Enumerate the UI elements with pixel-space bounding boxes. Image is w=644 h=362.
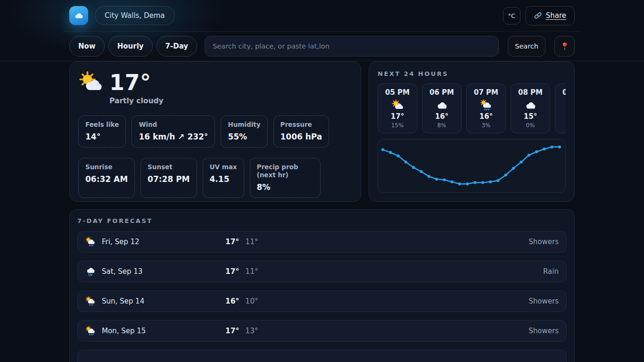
hour-chip-09-pm: 09 PM16°0% bbox=[555, 83, 566, 133]
hour-chip-07-pm: 07 PM16°3% bbox=[466, 83, 506, 133]
stat-tile-wind: Wind16 km/h ↗ 232° bbox=[132, 115, 215, 148]
current-condition-text: Partly cloudy bbox=[109, 97, 352, 105]
stat-label: Wind bbox=[139, 121, 195, 129]
forecast-row-sat-sep-13[interactable]: Sat, Sep 1317°11°Rain bbox=[77, 261, 567, 282]
forecast-condition: Showers bbox=[528, 327, 559, 335]
stat-value: 8% bbox=[257, 182, 314, 192]
hour-temp: 17° bbox=[378, 112, 417, 121]
current-conditions-card: 17° Partly cloudy Feels like14°Wind16 km… bbox=[69, 61, 361, 202]
forecast-low: 11° bbox=[245, 267, 258, 276]
hour-precip: 0% bbox=[511, 122, 550, 129]
current-stats-row-2: Sunrise06:32 AMSunset07:28 PMUV max4.15P… bbox=[78, 158, 352, 198]
hour-time: 06 PM bbox=[422, 88, 461, 97]
hour-temp: 16° bbox=[555, 112, 566, 121]
sun-rain-icon bbox=[480, 99, 492, 111]
sun-cloud-icon bbox=[391, 99, 404, 111]
view-tabs: NowHourly7-Day bbox=[69, 36, 197, 57]
forecast-condition: Showers bbox=[528, 297, 559, 305]
stat-value: 1006 hPa bbox=[281, 132, 322, 141]
unit-toggle-button[interactable]: °C bbox=[503, 7, 520, 25]
hour-precip: 15% bbox=[378, 122, 417, 129]
hour-chip-06-pm: 06 PM16°8% bbox=[422, 83, 462, 133]
next-24-hours-title: NEXT 24 HOURS bbox=[378, 70, 566, 77]
hourly-strip[interactable]: 05 PM17°15%06 PM16°8%07 PM16°3%08 PM15°0… bbox=[378, 83, 566, 133]
seven-day-forecast-title: 7-DAY FORECAST bbox=[77, 217, 567, 224]
current-stats-row-1: Feels like14°Wind16 km/h ↗ 232°Humidity5… bbox=[78, 115, 352, 148]
use-my-location-button[interactable] bbox=[554, 36, 575, 57]
stat-tile-feels-like: Feels like14° bbox=[78, 115, 126, 148]
forecast-day: Sat, Sep 13 bbox=[102, 267, 225, 276]
search-input[interactable] bbox=[205, 36, 499, 57]
forecast-day: Mon, Sep 15 bbox=[102, 327, 225, 335]
forecast-low: 10° bbox=[245, 297, 258, 305]
share-button[interactable]: Share bbox=[525, 6, 575, 25]
stat-tile-pressure: Pressure1006 hPa bbox=[273, 115, 330, 148]
stat-value: 16 km/h ↗ 232° bbox=[139, 132, 208, 141]
stat-label: Feels like bbox=[85, 121, 119, 129]
forecast-low: 11° bbox=[245, 238, 258, 246]
stat-tile-humidity: Humidity55% bbox=[221, 115, 267, 148]
tab-7-day[interactable]: 7-Day bbox=[157, 36, 198, 57]
seven-day-forecast-card: 7-DAY FORECAST Fri, Sep 1217°11°ShowersS… bbox=[69, 209, 575, 362]
forecast-high: 16° bbox=[225, 297, 239, 305]
hour-time: 05 PM bbox=[378, 88, 417, 97]
cloud-icon bbox=[524, 99, 537, 111]
stat-tile-sunset: Sunset07:28 PM bbox=[140, 158, 197, 198]
hour-precip: 3% bbox=[467, 122, 505, 129]
forecast-low: 13° bbox=[245, 327, 258, 335]
stat-value: 4.15 bbox=[210, 174, 237, 184]
stat-label: Sunrise bbox=[85, 163, 128, 171]
stat-value: 14° bbox=[85, 132, 119, 141]
forecast-high: 17° bbox=[225, 327, 239, 335]
stat-label: Humidity bbox=[228, 121, 260, 129]
stat-value: 55% bbox=[228, 132, 260, 141]
forecast-day: Sun, Sep 14 bbox=[102, 297, 225, 305]
forecast-high: 17° bbox=[225, 238, 239, 246]
partly-cloudy-icon bbox=[78, 70, 103, 95]
hour-time: 07 PM bbox=[467, 88, 505, 97]
sun-rain-icon bbox=[85, 237, 96, 247]
link-icon bbox=[534, 11, 542, 20]
hour-time: 09 PM bbox=[555, 88, 566, 97]
app-logo[interactable] bbox=[69, 6, 88, 25]
stat-tile-sunrise: Sunrise06:32 AM bbox=[78, 158, 135, 198]
next-24-hours-card: NEXT 24 HOURS 05 PM17°15%06 PM16°8%07 PM… bbox=[369, 61, 575, 202]
tab-now[interactable]: Now bbox=[69, 36, 105, 57]
forecast-row-partial bbox=[77, 350, 567, 362]
forecast-row-list: Fri, Sep 1217°11°ShowersSat, Sep 1317°11… bbox=[77, 231, 567, 362]
rain-icon bbox=[85, 266, 96, 277]
hour-temp: 16° bbox=[422, 112, 461, 121]
stat-tile-precip-prob-next-hr: Precip prob (next hr)8% bbox=[250, 158, 321, 198]
hour-temp: 15° bbox=[511, 112, 550, 121]
cloud-logo-icon bbox=[74, 12, 84, 19]
current-temperature: 17° bbox=[109, 71, 151, 95]
forecast-row-mon-sep-15[interactable]: Mon, Sep 1517°13°Showers bbox=[77, 320, 567, 342]
share-label: Share bbox=[546, 11, 566, 20]
forecast-condition: Rain bbox=[543, 267, 559, 276]
forecast-day: Fri, Sep 12 bbox=[102, 238, 225, 246]
stat-label: Pressure bbox=[281, 121, 322, 129]
sun-rain-icon bbox=[85, 296, 96, 306]
stat-value: 06:32 AM bbox=[85, 174, 128, 184]
stat-label: Sunset bbox=[148, 163, 190, 171]
temperature-sparkline bbox=[378, 139, 566, 193]
forecast-high: 17° bbox=[225, 267, 239, 276]
main-content: 17° Partly cloudy Feels like14°Wind16 km… bbox=[63, 61, 581, 362]
hour-chip-05-pm: 05 PM17°15% bbox=[378, 83, 417, 133]
forecast-row-sun-sep-14[interactable]: Sun, Sep 1416°10°Showers bbox=[77, 290, 567, 312]
hour-chip-08-pm: 08 PM15°0% bbox=[511, 83, 550, 133]
stat-value: 07:28 PM bbox=[148, 174, 190, 184]
round-pushpin-icon bbox=[561, 41, 569, 51]
location-title[interactable]: City Walls, Dema bbox=[95, 6, 175, 25]
hour-time: 08 PM bbox=[511, 88, 550, 97]
tab-hourly[interactable]: Hourly bbox=[108, 36, 153, 57]
hour-precip: 8% bbox=[422, 122, 461, 129]
forecast-row-fri-sep-12[interactable]: Fri, Sep 1217°11°Showers bbox=[77, 231, 567, 253]
stat-label: Precip prob (next hr) bbox=[257, 163, 314, 179]
stat-tile-uv-max: UV max4.15 bbox=[203, 158, 244, 198]
forecast-condition: Showers bbox=[528, 238, 559, 246]
hour-temp: 16° bbox=[467, 112, 505, 121]
nav-bar: NowHourly7-Day Search bbox=[0, 32, 644, 61]
stat-label: UV max bbox=[210, 163, 237, 171]
search-button[interactable]: Search bbox=[508, 36, 545, 57]
